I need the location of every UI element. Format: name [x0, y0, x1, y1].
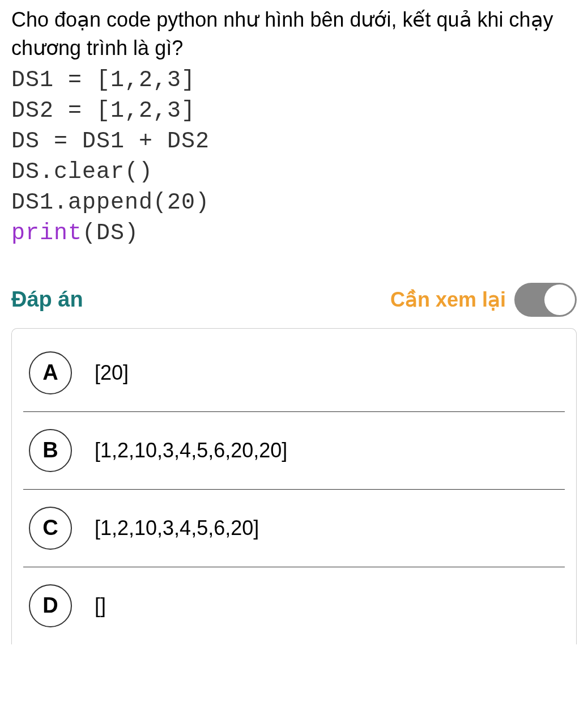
- code-line: DS = DS1 + DS2: [11, 126, 577, 157]
- answer-header: Đáp án Cần xem lại: [11, 283, 577, 317]
- toggle-knob: [544, 284, 575, 315]
- option-letter: C: [29, 507, 72, 550]
- code-line: DS1 = [1,2,3]: [11, 65, 577, 96]
- review-label: Cần xem lại: [390, 288, 506, 312]
- option-text: []: [95, 594, 106, 618]
- review-toggle[interactable]: [514, 283, 577, 317]
- question-line-1: Cho đoạn code python như hình bên dưới, …: [11, 8, 553, 31]
- print-argument: (DS): [82, 220, 139, 246]
- code-line: DS2 = [1,2,3]: [11, 96, 577, 126]
- option-text: [20]: [95, 361, 129, 385]
- code-line: print(DS): [11, 218, 577, 249]
- option-text: [1,2,10,3,4,5,6,20,20]: [95, 439, 287, 462]
- code-block: DS1 = [1,2,3] DS2 = [1,2,3] DS = DS1 + D…: [11, 65, 577, 249]
- option-text: [1,2,10,3,4,5,6,20]: [95, 516, 259, 540]
- options-container: A [20] B [1,2,10,3,4,5,6,20,20] C [1,2,1…: [11, 328, 577, 644]
- option-d[interactable]: D []: [23, 567, 565, 644]
- option-b[interactable]: B [1,2,10,3,4,5,6,20,20]: [23, 412, 565, 490]
- code-line: DS.clear(): [11, 157, 577, 188]
- option-letter: B: [29, 429, 72, 472]
- option-a[interactable]: A [20]: [23, 334, 565, 412]
- print-keyword: print: [11, 220, 82, 246]
- code-line: DS1.append(20): [11, 188, 577, 218]
- review-section: Cần xem lại: [390, 283, 577, 317]
- option-letter: A: [29, 351, 72, 394]
- option-letter: D: [29, 584, 72, 627]
- option-c[interactable]: C [1,2,10,3,4,5,6,20]: [23, 490, 565, 567]
- question-prompt: Cho đoạn code python như hình bên dưới, …: [11, 6, 577, 63]
- question-line-2: chương trình là gì?: [11, 36, 183, 60]
- answer-title: Đáp án: [11, 287, 83, 312]
